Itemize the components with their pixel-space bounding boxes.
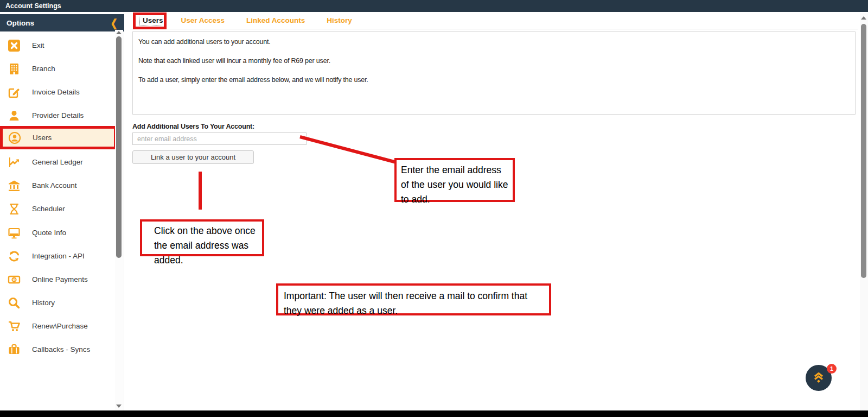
exit-icon [7, 39, 21, 53]
sidebar-item-invoice-details[interactable]: Invoice Details [0, 80, 115, 104]
callbacks-syncs-icon [7, 343, 21, 357]
scheduler-icon [7, 202, 21, 216]
integration-api-icon [7, 249, 21, 263]
sidebar-options-title: Options [7, 19, 34, 27]
info-paragraph: To add a user, simply enter the email ad… [138, 76, 850, 84]
sidebar-item-label: Integration - API [32, 252, 85, 260]
sidebar-item-scheduler[interactable]: Scheduler [0, 197, 115, 220]
sidebar-item-label: Callbacks - Syncs [32, 345, 90, 353]
sidebar-item-bank-account[interactable]: Bank Account [0, 174, 115, 197]
sidebar-scrollbar[interactable] [115, 30, 123, 410]
sidebar-item-integration-api[interactable]: Integration - API [0, 244, 115, 268]
sidebar-item-label: History [32, 299, 55, 307]
bank-account-icon [7, 179, 21, 193]
sidebar-item-history[interactable]: History [0, 291, 115, 314]
online-payments-icon: 1 [7, 273, 21, 287]
general-ledger-icon [7, 155, 21, 169]
chevrons-logo-icon [812, 371, 826, 385]
sidebar-item-label: Online Payments [32, 275, 88, 283]
top-bar: Account Settings [0, 0, 868, 12]
sidebar-options-header[interactable]: Options ❮ [0, 14, 124, 31]
sidebar-scrollbar-thumb[interactable] [116, 36, 122, 258]
sidebar-item-quote-info[interactable]: Quote Info [0, 221, 115, 244]
sidebar-item-users[interactable]: Users [0, 126, 117, 149]
tab-users[interactable]: Users [140, 15, 166, 26]
sidebar-item-label: General Ledger [32, 158, 83, 166]
invoice-details-icon [7, 85, 21, 99]
email-input[interactable] [132, 132, 307, 145]
window-title: Account Settings [0, 0, 868, 12]
sidebar-item-label: Provider Details [32, 111, 84, 119]
sidebar-item-label: Exit [32, 41, 44, 49]
annotation-click-note: Click on the above once the email addres… [140, 219, 264, 256]
renew-purchase-icon [7, 319, 21, 333]
info-paragraph: Note that each linked user will incur a … [138, 57, 850, 65]
tab-bar: Users User Access Linked Accounts Histor… [130, 12, 858, 29]
sidebar-item-label: Bank Account [32, 181, 77, 189]
annotation-important-note: Important: The user will then receive a … [276, 283, 551, 315]
users-icon [8, 131, 22, 145]
sidebar-item-callbacks-syncs[interactable]: Callbacks - Syncs [0, 338, 115, 361]
scroll-down-icon[interactable] [116, 405, 122, 408]
users-info-panel: You can add additional users to your acc… [132, 31, 856, 115]
branch-icon [7, 62, 21, 76]
info-paragraph: You can add additional users to your acc… [138, 38, 850, 46]
sidebar-item-label: Renew\Purchase [32, 322, 88, 330]
bottom-black-bar [0, 410, 868, 417]
sidebar-item-label: Scheduler [32, 205, 65, 213]
sidebar-item-label: Users [33, 134, 52, 142]
sidebar-item-label: Branch [32, 65, 55, 73]
sidebar-item-general-ledger[interactable]: General Ledger [0, 150, 115, 174]
sidebar-item-renew-purchase[interactable]: Renew\Purchase [0, 314, 115, 338]
notification-badge[interactable]: 1 [827, 364, 837, 374]
sidebar-item-label: Invoice Details [32, 88, 80, 96]
link-user-button[interactable]: Link a user to your account [132, 150, 254, 164]
history-icon [7, 296, 21, 310]
svg-text:1: 1 [13, 277, 16, 282]
provider-details-icon [7, 109, 21, 123]
sidebar-item-exit[interactable]: Exit [0, 34, 115, 57]
scroll-up-icon[interactable] [116, 31, 122, 34]
main-scrollbar[interactable] [860, 13, 868, 410]
sidebar-item-provider-details[interactable]: Provider Details [0, 104, 115, 127]
sidebar-item-online-payments[interactable]: 1 Online Payments [0, 268, 115, 291]
collapse-sidebar-icon[interactable]: ❮ [111, 17, 118, 29]
quote-info-icon [7, 226, 21, 240]
scroll-up-icon[interactable] [861, 16, 866, 20]
sidebar-item-branch[interactable]: Branch [0, 57, 115, 80]
add-users-label: Add Additional Users To Your Account: [132, 123, 254, 130]
tab-linked-accounts[interactable]: Linked Accounts [246, 16, 305, 24]
tab-history[interactable]: History [327, 16, 352, 24]
annotation-email-note: Enter the email address of the user you … [394, 158, 515, 202]
tab-user-access[interactable]: User Access [181, 16, 225, 24]
sidebar-item-label: Quote Info [32, 229, 66, 237]
main-scrollbar-thumb[interactable] [861, 24, 866, 278]
